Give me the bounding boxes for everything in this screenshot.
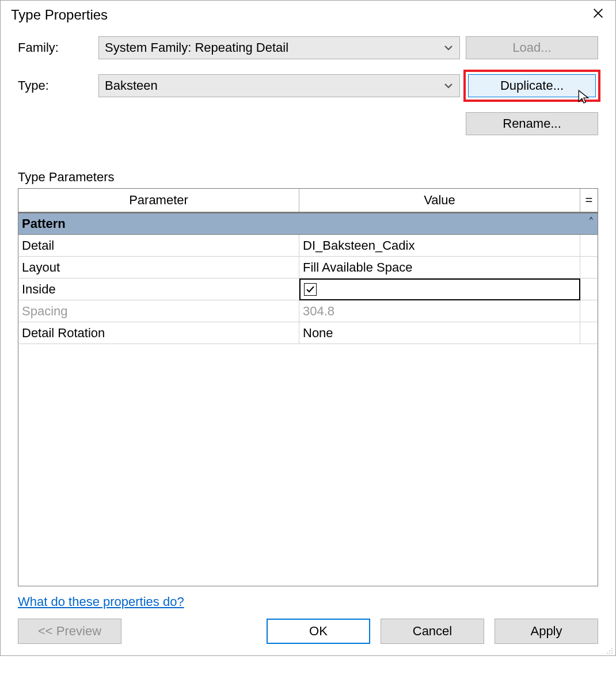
param-value[interactable]: None (299, 322, 580, 344)
apply-button[interactable]: Apply (495, 619, 598, 644)
family-label: Family: (18, 40, 93, 55)
duplicate-button[interactable]: Duplicate... (468, 74, 596, 97)
close-button[interactable] (587, 3, 610, 26)
cancel-button[interactable]: Cancel (381, 619, 484, 644)
header-value: Value (299, 189, 580, 212)
param-name: Layout (18, 257, 299, 279)
family-dropdown[interactable]: System Family: Repeating Detail (98, 36, 460, 59)
type-dropdown[interactable]: Baksteen (98, 74, 460, 97)
collapse-icon[interactable]: ^ (590, 216, 593, 223)
parameter-table-header: Parameter Value = (18, 189, 598, 213)
close-icon (592, 7, 604, 23)
type-properties-dialog: Type Properties Family: System Family: R… (0, 0, 616, 656)
checkbox[interactable] (304, 283, 317, 296)
param-name: Detail Rotation (18, 322, 299, 344)
resize-grip-icon[interactable] (605, 645, 614, 654)
equals-cell (580, 257, 598, 279)
equals-cell (580, 279, 598, 300)
table-row[interactable]: Detail RotationNone (18, 322, 598, 344)
chevron-down-icon (443, 81, 454, 91)
parameter-table-body: Pattern ^ DetailDI_Baksteen_CadixLayoutF… (18, 213, 598, 586)
parameter-table: Parameter Value = Pattern ^ DetailDI_Bak… (18, 188, 598, 586)
preview-button: << Preview (18, 619, 121, 644)
param-value[interactable]: Fill Available Space (299, 257, 580, 279)
ok-button[interactable]: OK (267, 619, 370, 644)
param-name: Inside (18, 279, 299, 300)
svg-point-1 (609, 650, 610, 651)
svg-point-4 (609, 653, 610, 654)
type-parameters-label: Type Parameters (18, 170, 598, 185)
param-name: Detail (18, 235, 299, 257)
background-strip (0, 656, 616, 679)
param-value: 304.8 (299, 300, 580, 322)
equals-cell (580, 235, 598, 257)
group-pattern[interactable]: Pattern ^ (18, 213, 598, 235)
type-label: Type: (18, 78, 93, 93)
param-value[interactable] (299, 279, 580, 300)
type-value: Baksteen (105, 78, 443, 93)
group-label: Pattern (22, 216, 66, 231)
chevron-down-icon (443, 43, 454, 53)
titlebar: Type Properties (1, 1, 615, 29)
table-row[interactable]: DetailDI_Baksteen_Cadix (18, 235, 598, 257)
help-link[interactable]: What do these properties do? (18, 594, 184, 609)
highlight-box: Duplicate... (463, 70, 600, 102)
param-value[interactable]: DI_Baksteen_Cadix (299, 235, 580, 257)
svg-point-3 (607, 653, 608, 654)
table-row: Spacing304.8 (18, 300, 598, 322)
load-button: Load... (466, 36, 598, 59)
svg-point-0 (611, 648, 613, 649)
header-equals: = (580, 189, 598, 212)
table-row[interactable]: LayoutFill Available Space (18, 257, 598, 279)
rename-button[interactable]: Rename... (466, 112, 598, 135)
equals-cell (580, 300, 598, 322)
dialog-footer: << Preview OK Cancel Apply (18, 619, 598, 650)
dialog-title: Type Properties (11, 7, 587, 23)
svg-point-5 (611, 653, 613, 654)
param-name: Spacing (18, 300, 299, 322)
family-value: System Family: Repeating Detail (105, 40, 443, 55)
header-parameter: Parameter (18, 189, 299, 212)
equals-cell (580, 322, 598, 344)
table-row[interactable]: Inside (18, 279, 598, 300)
svg-point-2 (611, 650, 613, 651)
